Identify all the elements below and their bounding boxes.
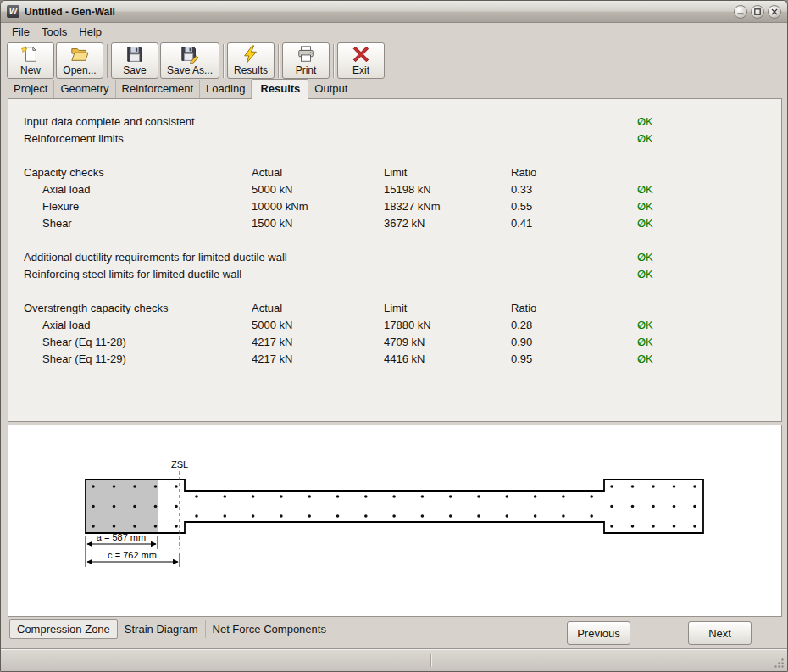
print-button[interactable]: Print <box>282 42 330 79</box>
column-header-ratio: Ratio <box>511 164 536 181</box>
toolbar-separator <box>278 44 279 78</box>
close-button[interactable] <box>768 5 781 19</box>
overstrength-row-shear-11-29: Shear (Eq 11-29) 4217 kN 4416 kN 0.95 ✓O… <box>8 351 781 368</box>
toolbar-button-label: New <box>20 64 41 76</box>
maximize-icon <box>754 8 761 15</box>
tab-output[interactable]: Output <box>308 80 353 98</box>
row-label: Shear <box>42 215 72 232</box>
results-button[interactable]: Results <box>227 42 275 79</box>
new-button[interactable]: New <box>7 42 54 79</box>
diagram-tab-bar: Compression Zone Strain Diagram Net Forc… <box>9 619 333 639</box>
row-label: Input data complete and consistent <box>24 114 195 131</box>
minimize-button[interactable] <box>734 5 747 19</box>
ok-text: OK <box>637 131 653 147</box>
actual-value: 5000 kN <box>252 181 292 198</box>
limit-value: 18327 kNm <box>384 198 440 215</box>
result-row-reinforcement-limits: Reinforcement limits ✓OK <box>8 131 781 147</box>
tab-reinforcement[interactable]: Reinforcement <box>116 80 201 98</box>
limit-value: 17880 kN <box>384 317 431 334</box>
column-header-ratio: Ratio <box>511 300 536 317</box>
tab-loading[interactable]: Loading <box>200 80 252 98</box>
menu-file[interactable]: File <box>6 24 36 40</box>
ok-text: OK <box>637 114 653 131</box>
ratio-value: 0.90 <box>511 334 532 351</box>
compression-zone-diagram: ZSL a = 587 mm c = 762 mm <box>8 425 782 617</box>
previous-button[interactable]: Previous <box>567 621 630 645</box>
spacer-row <box>8 283 781 300</box>
ratio-value: 0.33 <box>511 181 532 198</box>
tab-project[interactable]: Project <box>8 80 54 98</box>
capacity-row-flexure: Flexure 10000 kNm 18327 kNm 0.55 ✓OK <box>8 198 781 215</box>
actual-value: 4217 kN <box>252 334 292 351</box>
save-disk-icon <box>125 45 144 64</box>
ratio-value: 0.95 <box>511 351 532 368</box>
ratio-value: 0.41 <box>511 215 532 232</box>
spacer-row <box>8 147 781 164</box>
spacer-row <box>8 232 781 249</box>
toolbar-button-label: Save As... <box>167 64 213 76</box>
column-header-limit: Limit <box>384 164 407 181</box>
tab-compression-zone[interactable]: Compression Zone <box>9 619 118 639</box>
actual-value: 4217 kN <box>252 351 292 368</box>
menubar: File Tools Help <box>1 23 787 41</box>
app-icon: W <box>7 5 19 18</box>
toolbar: New Open... Save Save As... Result <box>1 41 787 81</box>
save-button[interactable]: Save <box>111 42 158 79</box>
row-label: Reinforcing steel limits for limited duc… <box>24 266 241 283</box>
window-title: Untitled - Gen-Wall <box>25 6 115 18</box>
row-label: Additional ductility requirements for li… <box>24 249 287 266</box>
wall-section-drawing: ZSL a = 587 mm c = 762 mm <box>8 425 781 616</box>
tab-results[interactable]: Results <box>252 79 308 99</box>
open-button[interactable]: Open... <box>56 42 103 79</box>
window-controls <box>734 5 781 19</box>
toolbar-button-label: Print <box>296 64 317 76</box>
menu-tools[interactable]: Tools <box>36 24 73 40</box>
open-folder-icon <box>70 45 89 64</box>
maximize-button[interactable] <box>751 5 764 19</box>
limit-value: 4416 kN <box>384 351 425 368</box>
statusbar-divider <box>430 654 431 667</box>
titlebar[interactable]: W Untitled - Gen-Wall <box>1 1 787 23</box>
toolbar-button-label: Save <box>123 64 146 76</box>
result-row-ductility: Additional ductility requirements for li… <box>8 249 781 266</box>
save-as-button[interactable]: Save As... <box>160 42 219 79</box>
lightning-icon <box>241 45 260 64</box>
statusbar <box>1 648 787 671</box>
next-button[interactable]: Next <box>688 621 752 645</box>
close-icon <box>771 8 778 15</box>
tab-bar: Project Geometry Reinforcement Loading R… <box>1 81 787 98</box>
app-window: W Untitled - Gen-Wall File Tools Help Ne… <box>0 0 788 672</box>
exit-button[interactable]: Exit <box>337 42 385 79</box>
tab-strain-diagram[interactable]: Strain Diagram <box>118 620 206 638</box>
resize-grip-icon[interactable] <box>773 657 785 669</box>
toolbar-separator <box>333 44 334 78</box>
toolbar-separator <box>107 44 108 78</box>
column-header-limit: Limit <box>384 300 407 317</box>
tab-net-force-components[interactable]: Net Force Components <box>206 620 333 638</box>
zsl-label: ZSL <box>171 459 188 469</box>
toolbar-button-label: Results <box>234 64 268 76</box>
results-panel: Input data complete and consistent ✓OK R… <box>8 98 782 422</box>
result-row-steel-limits: Reinforcing steel limits for limited duc… <box>8 266 781 283</box>
overstrength-checks-header: Overstrength capacity checks Actual Limi… <box>8 300 781 317</box>
overstrength-row-shear-11-28: Shear (Eq 11-28) 4217 kN 4709 kN 0.90 ✓O… <box>8 334 781 351</box>
capacity-row-shear: Shear 1500 kN 3672 kN 0.41 ✓OK <box>8 215 781 232</box>
capacity-row-axial-load: Axial load 5000 kN 15198 kN 0.33 ✓OK <box>8 181 781 198</box>
tab-geometry[interactable]: Geometry <box>54 80 115 98</box>
actual-value: 5000 kN <box>252 317 292 334</box>
ok-text: OK <box>637 334 653 351</box>
menu-help[interactable]: Help <box>73 24 108 40</box>
row-label: Shear (Eq 11-28) <box>42 334 126 351</box>
actual-value: 1500 kN <box>252 215 292 232</box>
compression-zone-fill <box>86 480 158 533</box>
dimension-c-label: c = 762 mm <box>108 550 157 560</box>
ratio-value: 0.28 <box>511 317 532 334</box>
capacity-checks-header: Capacity checks Actual Limit Ratio <box>8 164 781 181</box>
ok-text: OK <box>637 181 653 198</box>
dimension-a-label: a = 587 mm <box>97 532 146 542</box>
new-document-icon <box>21 45 40 64</box>
toolbar-button-label: Exit <box>352 64 369 76</box>
ratio-value: 0.55 <box>511 198 532 215</box>
toolbar-separator <box>223 44 224 78</box>
row-label: Shear (Eq 11-29) <box>42 351 126 368</box>
